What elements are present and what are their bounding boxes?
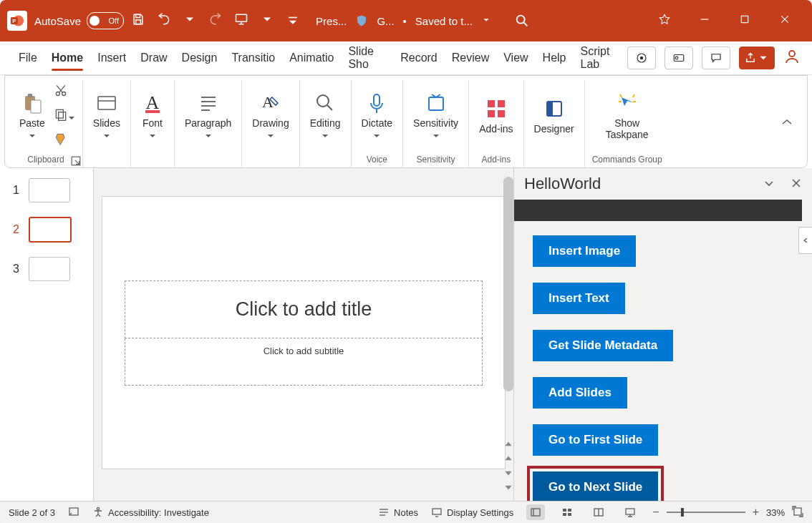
tab-view[interactable]: View bbox=[496, 46, 535, 70]
tab-insert[interactable]: Insert bbox=[90, 46, 133, 70]
normal-view-icon[interactable] bbox=[526, 504, 545, 520]
present-dropdown-icon[interactable] bbox=[260, 12, 274, 29]
save-state[interactable]: Saved to t... bbox=[415, 15, 473, 27]
next-slide-button[interactable]: Go to Next Slide bbox=[533, 471, 658, 501]
dictate-button[interactable]: Dictate bbox=[359, 89, 396, 143]
tab-home[interactable]: Home bbox=[44, 46, 90, 70]
comments-button[interactable] bbox=[702, 47, 730, 69]
pane-dropdown-icon[interactable] bbox=[763, 175, 775, 193]
editing-button[interactable]: Editing bbox=[307, 89, 344, 143]
group-sensitivity: Sensitivity Sensitivity bbox=[402, 80, 468, 167]
status-bar: Slide 2 of 3 Accessibility: Investigate … bbox=[0, 501, 812, 523]
paragraph-button[interactable]: Paragraph bbox=[182, 89, 234, 143]
dialog-launcher-icon[interactable] bbox=[71, 156, 81, 166]
tab-review[interactable]: Review bbox=[445, 46, 496, 70]
zoom-out-icon[interactable]: − bbox=[652, 506, 659, 519]
copy-icon[interactable] bbox=[54, 107, 75, 124]
show-taskpane-button[interactable]: Show Taskpane bbox=[603, 89, 652, 143]
fit-window-icon[interactable] bbox=[792, 506, 803, 519]
slide-canvas[interactable]: Click to add title Click to add subtitle bbox=[102, 197, 505, 469]
next-slide-icon-2[interactable] bbox=[503, 482, 513, 495]
insert-image-button[interactable]: Insert Image bbox=[533, 235, 636, 267]
autosave-toggle[interactable]: Off bbox=[87, 12, 124, 29]
zoom-in-icon[interactable]: + bbox=[753, 506, 759, 519]
title-placeholder[interactable]: Click to add title bbox=[125, 280, 483, 338]
zoom-value[interactable]: 33% bbox=[766, 507, 785, 518]
premium-icon[interactable] bbox=[659, 14, 670, 28]
svg-point-7 bbox=[517, 16, 525, 24]
close-icon[interactable] bbox=[779, 14, 791, 28]
tab-design[interactable]: Design bbox=[175, 46, 225, 70]
prev-slide-icon-2[interactable] bbox=[503, 454, 513, 466]
svg-rect-36 bbox=[429, 97, 443, 110]
record-mode-button[interactable] bbox=[627, 47, 656, 69]
autosave-label: AutoSave bbox=[34, 15, 81, 27]
get-metadata-button[interactable]: Get Slide Metadata bbox=[533, 330, 673, 361]
cut-icon[interactable] bbox=[54, 83, 75, 100]
vertical-scrollbar[interactable] bbox=[503, 177, 513, 391]
maximize-icon[interactable] bbox=[739, 14, 750, 28]
font-button[interactable]: A Font bbox=[138, 89, 167, 143]
pane-close-icon[interactable] bbox=[791, 175, 802, 193]
thumbnail-3[interactable]: 3 bbox=[0, 257, 93, 281]
add-slides-button[interactable]: Add Slides bbox=[533, 377, 627, 409]
drawing-button[interactable]: A Drawing bbox=[249, 89, 291, 143]
minimize-icon[interactable] bbox=[699, 14, 710, 28]
thumbnail-2[interactable]: 2 bbox=[0, 217, 93, 243]
tab-transitions[interactable]: Transitio bbox=[224, 46, 282, 70]
insert-text-button[interactable]: Insert Text bbox=[533, 283, 625, 314]
thumbnail-1[interactable]: 1 bbox=[0, 178, 93, 202]
save-state-dropdown-icon[interactable] bbox=[481, 15, 491, 27]
qat-more-icon[interactable] bbox=[286, 12, 300, 29]
display-settings-button[interactable]: Display Settings bbox=[431, 507, 513, 518]
prev-slide-icon[interactable] bbox=[503, 439, 513, 452]
svg-rect-56 bbox=[568, 513, 571, 516]
undo-icon[interactable] bbox=[157, 12, 171, 29]
sorter-view-icon[interactable] bbox=[558, 504, 576, 520]
tab-draw[interactable]: Draw bbox=[133, 46, 174, 70]
present-icon[interactable] bbox=[234, 12, 248, 29]
svg-text:P: P bbox=[12, 18, 16, 24]
addins-button[interactable]: Add-ins bbox=[476, 94, 516, 137]
title-bar: P AutoSave Off Pres... G... • Saved to t… bbox=[0, 0, 812, 41]
undo-dropdown-icon[interactable] bbox=[183, 12, 197, 29]
subtitle-placeholder[interactable]: Click to add subtitle bbox=[125, 338, 483, 386]
sensitivity-short[interactable]: G... bbox=[377, 15, 394, 27]
tab-animations[interactable]: Animatio bbox=[282, 46, 341, 70]
reading-view-icon[interactable] bbox=[589, 504, 608, 520]
tab-file[interactable]: File bbox=[11, 46, 44, 70]
next-slide-icon[interactable] bbox=[503, 468, 513, 481]
tab-scriptlab[interactable]: Script Lab bbox=[574, 39, 627, 77]
zoom-slider[interactable] bbox=[667, 512, 745, 513]
tab-slideshow[interactable]: Slide Sho bbox=[341, 39, 393, 77]
tab-help[interactable]: Help bbox=[536, 46, 574, 70]
group-addins: Add-ins Add-ins bbox=[468, 80, 523, 167]
account-icon[interactable] bbox=[783, 48, 801, 68]
doc-name[interactable]: Pres... bbox=[316, 15, 347, 27]
first-slide-button[interactable]: Go to First Slide bbox=[533, 424, 658, 456]
tab-record[interactable]: Record bbox=[393, 46, 445, 70]
group-commands-label: Commands Group bbox=[592, 152, 662, 167]
svg-rect-59 bbox=[626, 509, 634, 514]
language-icon[interactable] bbox=[68, 506, 79, 519]
slides-button[interactable]: Slides bbox=[90, 89, 123, 143]
group-designer: Designer bbox=[523, 80, 584, 167]
cameo-button[interactable] bbox=[664, 47, 693, 69]
powerpoint-icon: P bbox=[7, 11, 27, 31]
paste-button[interactable]: Paste bbox=[16, 89, 48, 143]
slide-counter[interactable]: Slide 2 of 3 bbox=[9, 507, 55, 518]
notes-button[interactable]: Notes bbox=[378, 507, 418, 518]
slide-thumbnails: 1 2 3 bbox=[0, 168, 94, 501]
group-addins-label: Add-ins bbox=[482, 152, 511, 167]
slideshow-view-icon[interactable] bbox=[621, 504, 639, 520]
sensitivity-button[interactable]: Sensitivity bbox=[410, 89, 461, 143]
search-icon[interactable] bbox=[514, 13, 530, 29]
share-button[interactable] bbox=[739, 47, 775, 69]
save-icon[interactable] bbox=[131, 12, 145, 29]
redo-icon[interactable] bbox=[208, 12, 223, 29]
designer-button[interactable]: Designer bbox=[531, 94, 577, 137]
accessibility-status[interactable]: Accessibility: Investigate bbox=[92, 507, 209, 518]
svg-rect-22 bbox=[56, 109, 63, 118]
collapse-ribbon-icon[interactable] bbox=[771, 117, 803, 131]
format-painter-icon[interactable] bbox=[54, 132, 75, 149]
